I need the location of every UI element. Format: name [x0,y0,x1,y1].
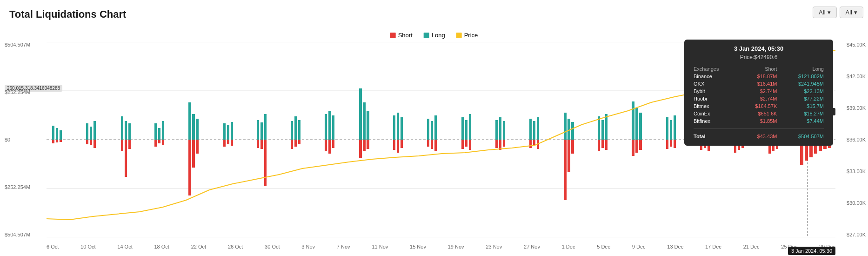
svg-rect-42 [257,120,259,140]
exchange-name: Binance [692,73,738,80]
svg-rect-96 [564,113,567,140]
svg-rect-6 [52,126,54,140]
exchange-name: Huobi [692,95,738,102]
svg-rect-9 [56,140,58,142]
svg-rect-116 [670,120,672,140]
long-value: $121.802M [779,73,826,80]
svg-rect-77 [434,140,437,151]
tooltip-box: 3 Jan 2024, 05:30 Price:$42490.6 Exchang… [684,40,833,146]
total-long: $504.507M [779,133,826,140]
short-value: $164.57K [738,102,779,110]
svg-rect-51 [294,140,297,147]
svg-rect-28 [162,121,164,140]
svg-rect-82 [469,114,471,140]
svg-rect-21 [125,140,127,177]
svg-rect-53 [298,140,300,144]
svg-rect-74 [431,121,433,140]
svg-rect-26 [158,128,160,140]
svg-rect-19 [121,140,123,151]
short-value: $2.74M [738,88,779,95]
svg-rect-65 [367,140,369,149]
svg-rect-58 [332,115,334,140]
svg-rect-75 [431,140,433,149]
svg-rect-59 [332,140,334,148]
short-value: $651.6K [738,110,779,117]
svg-rect-13 [86,140,88,144]
svg-rect-17 [93,140,96,148]
total-label: Total [692,133,738,140]
tooltip-row: Binance $18.87M $121.802M [692,73,826,80]
svg-rect-48 [291,121,293,140]
svg-rect-111 [635,140,638,153]
svg-rect-119 [674,140,676,148]
svg-rect-32 [192,114,195,140]
svg-rect-29 [162,140,164,145]
svg-rect-100 [571,122,574,140]
svg-rect-49 [291,140,293,149]
long-value: $77.22M [779,95,826,102]
svg-rect-101 [571,140,574,154]
svg-rect-114 [666,117,668,140]
svg-rect-18 [121,116,123,140]
short-value: $18.87M [738,73,779,80]
svg-rect-88 [503,121,505,140]
legend-short: Short [390,32,413,39]
svg-rect-30 [188,102,191,140]
tooltip-row: Huobi $2.74M $77.22M [692,95,826,102]
exchange-name: Bybit [692,88,738,95]
svg-rect-24 [154,123,157,140]
svg-rect-98 [568,119,570,140]
short-color-dot [390,33,396,38]
svg-rect-71 [401,140,403,148]
svg-rect-34 [196,119,199,140]
svg-rect-85 [495,140,498,148]
svg-rect-31 [188,140,191,195]
svg-rect-27 [158,140,160,143]
svg-rect-7 [52,140,54,143]
svg-rect-63 [363,140,366,151]
svg-rect-11 [60,140,62,142]
tooltip-row: OKX $16.41M $241.945M [692,80,826,88]
svg-rect-60 [359,88,362,140]
svg-rect-20 [125,121,127,140]
exchange-name: Bitfinex [692,117,738,125]
svg-rect-47 [264,140,267,186]
legend-price: Price [456,32,478,39]
svg-rect-40 [231,122,233,140]
chart-title: Total Liquidations Chart [9,8,126,20]
svg-rect-61 [359,140,362,158]
svg-rect-12 [86,123,88,140]
col-long: Long [779,65,826,73]
short-value: $2.74M [738,95,779,102]
long-color-dot [424,33,429,38]
svg-rect-78 [461,117,464,140]
svg-rect-76 [434,115,437,140]
svg-rect-84 [495,120,498,140]
x-axis: 6 Oct 10 Oct 14 Oct 18 Oct 22 Oct 26 Oct… [47,237,835,256]
svg-rect-22 [128,123,131,140]
filter-dropdown-2[interactable]: All ▾ [840,7,863,18]
svg-rect-93 [533,140,535,145]
svg-rect-86 [499,117,501,140]
svg-rect-91 [529,140,532,148]
long-value: $15.7M [779,102,826,110]
tooltip-header: 3 Jan 2024, 05:30 [692,45,826,52]
total-short: $43.43M [738,133,779,140]
svg-rect-81 [465,140,467,147]
svg-rect-118 [674,115,676,140]
svg-rect-57 [328,140,331,154]
svg-rect-8 [56,128,58,140]
col-short: Short [738,65,779,73]
svg-rect-110 [635,108,638,140]
chevron-down-icon: ▾ [828,9,831,16]
svg-rect-38 [227,125,229,140]
short-value: $1.85M [738,117,779,125]
chart-legend: Short Long Price [390,32,478,39]
filter-dropdown-1[interactable]: All ▾ [813,7,836,18]
tooltip-row: CoinEx $651.6K $18.27M [692,110,826,117]
svg-rect-46 [264,114,267,140]
svg-rect-115 [666,140,668,149]
svg-rect-16 [93,121,96,140]
long-value: $241.945M [779,80,826,88]
svg-rect-107 [605,140,608,150]
